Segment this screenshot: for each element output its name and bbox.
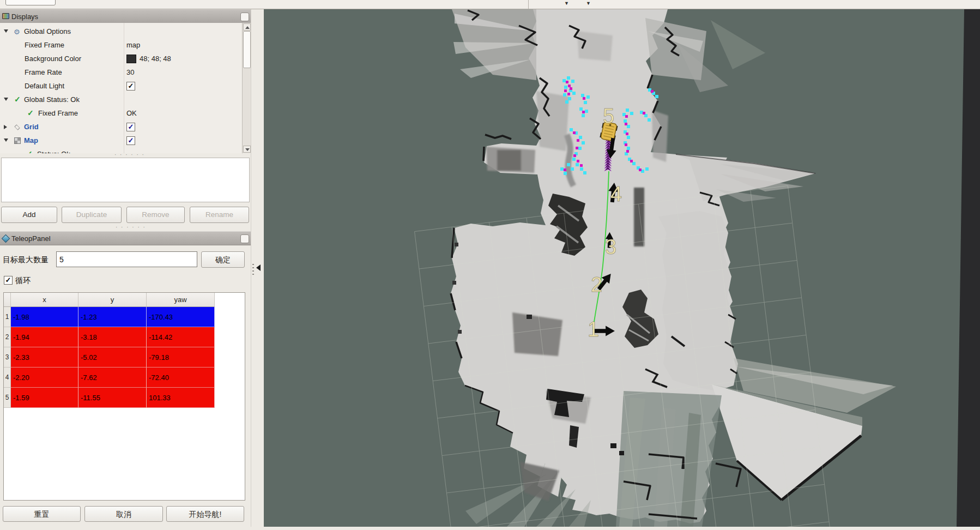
row-number: 3 — [4, 347, 11, 368]
cell-y[interactable]: -3.18 — [78, 327, 147, 347]
rviz-window: ▼ ▼ Displays ⚙ Global Options Fixed Fram… — [0, 0, 980, 530]
max-goal-input[interactable] — [56, 251, 197, 267]
expander-icon[interactable] — [4, 125, 7, 129]
tree-label: Map — [24, 136, 38, 144]
tree-scrollbar[interactable] — [242, 23, 251, 153]
cell-y[interactable]: -5.02 — [78, 347, 147, 368]
teleop-panel-titlebar: TeleopPanel — [0, 231, 251, 245]
tree-label: Frame Rate — [25, 68, 62, 76]
cell-yaw[interactable]: -79.18 — [147, 347, 215, 368]
remove-button[interactable]: Remove — [126, 207, 185, 223]
map-checkbox[interactable]: ✓ — [126, 136, 135, 145]
confirm-button[interactable]: 确定 — [201, 251, 245, 268]
scrollbar-thumb[interactable] — [243, 31, 251, 68]
tree-row-fixed-frame-status[interactable]: ✓ Fixed Frame OK — [0, 107, 242, 121]
tree-label: Global Status: Ok — [24, 95, 80, 104]
tree-label: Fixed Frame — [38, 109, 78, 117]
teleop-float-button[interactable] — [240, 234, 249, 243]
displays-float-button[interactable] — [240, 13, 249, 21]
cell-x[interactable]: -1.59 — [11, 388, 78, 408]
cell-x[interactable]: -2.20 — [11, 368, 78, 388]
tree-value[interactable]: map — [126, 41, 140, 49]
cell-yaw[interactable]: -114.42 — [147, 327, 215, 347]
column-header-yaw[interactable]: yaw — [147, 293, 215, 307]
chevron-down-icon[interactable]: ▼ — [586, 1, 591, 6]
tree-value[interactable]: 48; 48; 48 — [140, 55, 171, 63]
default-light-checkbox[interactable]: ✓ — [126, 82, 135, 91]
tree-value: OK — [126, 109, 137, 117]
add-button[interactable]: Add — [1, 207, 57, 223]
expander-icon[interactable] — [4, 29, 8, 33]
cell-x[interactable]: -2.33 — [11, 347, 78, 368]
start-nav-button[interactable]: 开始导航! — [166, 506, 244, 522]
tree-row-map[interactable]: Map ✓ — [0, 134, 242, 148]
scroll-down-button[interactable] — [243, 146, 251, 153]
tree-label: Fixed Frame — [25, 41, 64, 49]
column-header-y[interactable]: y — [78, 293, 147, 307]
render-view[interactable]: 5 4 3 2 1 — [264, 9, 980, 527]
tree-row-background-color[interactable]: Background Color 48; 48; 48 — [0, 52, 242, 66]
map-display-icon — [14, 137, 21, 144]
color-swatch[interactable] — [126, 55, 136, 63]
slam-map-canvas[interactable]: 5 4 3 2 1 — [264, 9, 980, 527]
splitter-grip[interactable]: · · · · · · — [114, 152, 145, 158]
cell-yaw[interactable]: 101.33 — [147, 388, 215, 408]
row-number: 2 — [4, 327, 11, 347]
grid-checkbox[interactable]: ✓ — [126, 123, 135, 131]
top-toolbar: ▼ ▼ — [0, 0, 980, 9]
row-number: 4 — [4, 368, 11, 388]
loop-checkbox[interactable]: ✓ — [4, 276, 13, 285]
waypoint-label-1: 1 — [588, 318, 599, 341]
tree-row-frame-rate[interactable]: Frame Rate 30 — [0, 66, 242, 80]
splitter-grip-dots[interactable] — [252, 264, 254, 275]
waypoint-label-5: 5 — [603, 105, 614, 128]
tree-row-grid[interactable]: Grid ✓ — [0, 121, 242, 134]
waypoint-label-2: 2 — [591, 273, 602, 296]
cell-y[interactable]: -7.62 — [78, 368, 147, 388]
expander-icon[interactable] — [4, 98, 8, 101]
scroll-up-button[interactable] — [243, 23, 251, 31]
displays-icon — [2, 13, 9, 19]
row-number: 5 — [4, 388, 11, 408]
cancel-button[interactable]: 取消 — [84, 506, 163, 522]
rename-button[interactable]: Rename — [190, 207, 249, 223]
gear-icon: ⚙ — [14, 28, 20, 36]
cell-yaw[interactable]: -170.43 — [147, 307, 215, 327]
cell-x[interactable]: -1.98 — [11, 307, 78, 327]
tree-label: Default Light — [25, 82, 64, 90]
tree-row-global-options[interactable]: ⚙ Global Options — [0, 25, 242, 39]
splitter-collapse-arrow[interactable] — [256, 264, 261, 271]
waypoint-label-3: 3 — [605, 236, 616, 258]
tree-row-fixed-frame[interactable]: Fixed Frame map — [0, 39, 242, 52]
cell-y[interactable]: -1.23 — [78, 307, 147, 327]
waypoint-label-4: 4 — [610, 183, 622, 206]
cell-yaw[interactable]: -72.40 — [147, 368, 215, 388]
cell-y[interactable]: -11.55 — [78, 388, 147, 408]
cell-x[interactable]: -1.94 — [11, 327, 78, 347]
waypoint-table[interactable]: x y yaw 1 -1.98 -1.23 -170.43 2 -1.94 -3… — [3, 292, 245, 501]
tree-label: Status: Ok — [37, 150, 70, 153]
status-ok-icon: ✓ — [14, 95, 21, 104]
expander-icon[interactable] — [4, 138, 8, 142]
grid-display-icon — [14, 124, 20, 130]
displays-panel-titlebar: Displays — [0, 9, 251, 23]
panel-edge — [251, 9, 251, 527]
tree-value[interactable]: 30 — [126, 68, 134, 76]
tree-row-default-light[interactable]: Default Light ✓ — [0, 80, 242, 93]
row-number: 1 — [4, 307, 11, 327]
chevron-down-icon[interactable]: ▼ — [564, 1, 569, 6]
splitter-grip[interactable]: · · · · · · — [116, 224, 146, 230]
column-header-x[interactable]: x — [11, 293, 78, 307]
displays-tree: ⚙ Global Options Fixed Frame map Backgro… — [0, 23, 251, 153]
displays-panel-title: Displays — [11, 13, 38, 21]
reset-button[interactable]: 重置 — [3, 506, 81, 522]
max-goal-label: 目标最大数量 — [3, 255, 49, 265]
duplicate-button[interactable]: Duplicate — [62, 207, 122, 223]
tree-row-global-status[interactable]: ✓ Global Status: Ok — [0, 93, 242, 107]
tree-label: Background Color — [25, 55, 81, 63]
tree-label: Grid — [24, 123, 39, 131]
teleop-panel-icon — [2, 234, 10, 243]
toolbar-separator — [528, 0, 529, 9]
toolbar-partial-button[interactable] — [5, 0, 56, 5]
status-ok-icon: ✓ — [26, 149, 33, 153]
